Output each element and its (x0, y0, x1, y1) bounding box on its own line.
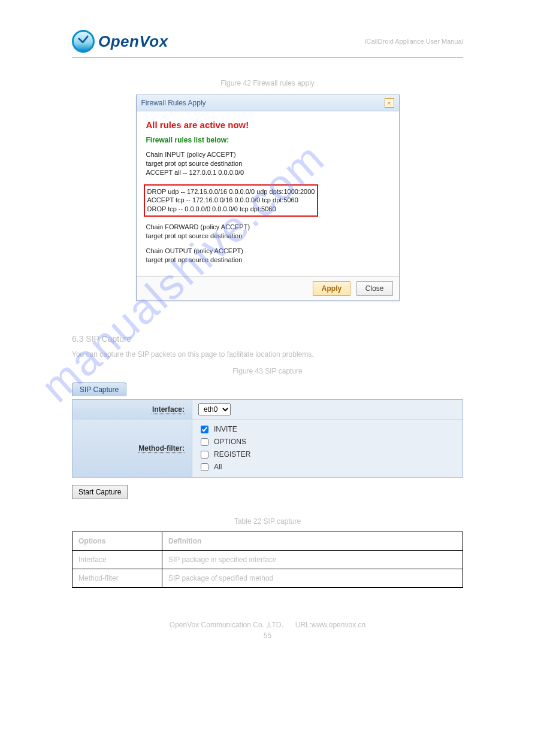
footer-company: OpenVox Communication Co. ,LTD. (170, 621, 283, 629)
rules-line: DROP tcp -- 0.0.0.0/0 0.0.0.0/0 tcp dpt:… (147, 205, 315, 214)
table-cell: SIP package of specified method (162, 569, 463, 587)
method-filter-label: Method-filter: (72, 420, 192, 477)
section-paragraph: You can capture the SIP packets on this … (72, 348, 463, 360)
start-capture-button[interactable]: Start Capture (72, 485, 128, 499)
apply-button[interactable]: Apply (313, 281, 350, 296)
table-cell: Method-filter (72, 569, 162, 587)
sip-capture-table: Options Definition Interface SIP package… (72, 532, 463, 588)
table-caption: Table 22 SIP capture (72, 517, 463, 526)
register-checkbox[interactable] (201, 451, 208, 459)
register-label: REGISTER (214, 450, 250, 459)
footer-url: URL:www.openvox.cn (295, 621, 365, 629)
firewall-dialog: Firewall Rules Apply × All rules are act… (136, 95, 400, 301)
dialog-title: Firewall Rules Apply (141, 99, 206, 107)
table-cell: SIP package in specified interface (162, 550, 463, 569)
rules-line: DROP udp -- 172.16.0.0/16 0.0.0.0/0 udp … (147, 187, 315, 196)
rules-block: Chain INPUT (policy ACCEPT) target prot … (146, 150, 389, 264)
sip-capture-tab[interactable]: SIP Capture (72, 382, 126, 396)
logo-icon (72, 30, 95, 53)
table-cell: Interface (72, 550, 162, 569)
interface-label: Interface: (72, 400, 192, 419)
options-label: OPTIONS (214, 438, 246, 446)
all-label: All (214, 463, 222, 471)
sip-capture-figure: SIP Capture Interface: eth0 Method-filte… (72, 382, 463, 499)
status-message: All rules are active now! (146, 120, 389, 130)
rules-line: Chain FORWARD (policy ACCEPT) (146, 223, 389, 232)
table-header: Options (72, 532, 162, 550)
rules-list-heading: Firewall rules list below: (146, 136, 389, 144)
page-number: 55 (72, 631, 463, 640)
invite-label: INVITE (214, 425, 237, 433)
rules-line: target prot opt source destination (146, 232, 389, 241)
interface-select[interactable]: eth0 (198, 403, 231, 415)
rules-line: Chain INPUT (policy ACCEPT) (146, 150, 389, 159)
sip-capture-panel: Interface: eth0 Method-filter: INVITE (72, 399, 463, 478)
close-icon[interactable]: × (385, 98, 394, 108)
header-doc-title: iCallDroid Appliance User Manual (365, 38, 463, 45)
table-header: Definition (162, 532, 463, 550)
rules-line: target prot opt source destination (146, 159, 389, 168)
figure-caption-1: Figure 42 Firewall rules apply (72, 79, 463, 87)
page-header: OpenVox iCallDroid Appliance User Manual (72, 30, 463, 58)
options-checkbox[interactable] (201, 438, 208, 446)
highlighted-rules-box: DROP udp -- 172.16.0.0/16 0.0.0.0/0 udp … (144, 184, 319, 217)
close-button[interactable]: Close (356, 281, 393, 296)
rules-line: ACCEPT tcp -- 172.16.0.0/16 0.0.0.0/0 tc… (147, 196, 315, 205)
invite-checkbox[interactable] (201, 426, 208, 433)
dialog-body: All rules are active now! Firewall rules… (137, 111, 399, 276)
dialog-footer: Apply Close (137, 276, 399, 300)
section-heading: 6.3 SIP Capture (72, 334, 463, 344)
all-checkbox[interactable] (201, 463, 208, 471)
dialog-titlebar: Firewall Rules Apply × (137, 95, 399, 111)
page-footer: OpenVox Communication Co. ,LTD. URL:www.… (72, 621, 463, 640)
rules-line: ACCEPT all -- 127.0.0.1 0.0.0.0/0 (146, 168, 389, 177)
figure-caption-2: Figure 43 SIP capture (72, 367, 463, 375)
logo-text: OpenVox (98, 32, 168, 51)
rules-line: target prot opt source destination (146, 256, 389, 265)
logo: OpenVox (72, 30, 168, 53)
rules-line: Chain OUTPUT (policy ACCEPT) (146, 247, 389, 256)
